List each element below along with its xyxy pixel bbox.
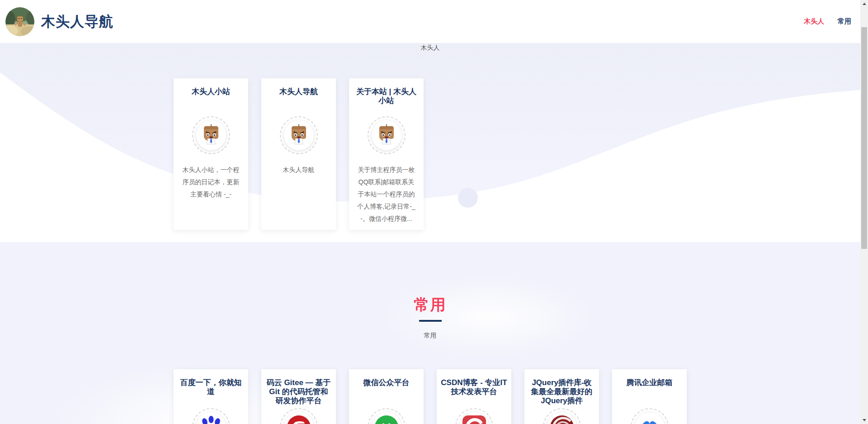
site-card[interactable]: 微信公众平台 <box>349 369 424 424</box>
baidu-icon <box>199 415 223 424</box>
card-icon-holder <box>372 412 401 424</box>
gitee-icon <box>287 415 311 424</box>
card-icon-ring <box>455 408 493 424</box>
card-icon-holder <box>459 412 489 424</box>
danbo-icon <box>287 123 311 148</box>
card-icon-holder <box>284 412 314 424</box>
scrollbar <box>860 0 868 424</box>
section-muren-label: 木头人 <box>0 44 860 52</box>
card-description: 木头人小站，一个程序员的日记本，更新主要看心情 -_- <box>174 164 248 200</box>
avatar-photo-icon <box>5 7 34 36</box>
changyong-cards-row: 百度一下，你就知道 码云 Gitee — 基于 Git 的代码托管和研发协作平台… <box>174 369 687 424</box>
arrow-down-icon <box>863 419 866 421</box>
card-icon-holder <box>196 412 226 424</box>
card-title: 腾讯企业邮箱 <box>612 378 687 406</box>
card-title: 关于本站 | 木头人小站 <box>349 87 424 107</box>
decorative-circle <box>458 188 478 208</box>
card-icon-ring <box>543 408 581 424</box>
nav-link-1[interactable]: 常用 <box>838 17 851 26</box>
card-icon-ring <box>368 116 406 154</box>
card-icon-ring <box>280 408 318 424</box>
card-title: 码云 Gitee — 基于 Git 的代码托管和研发协作平台 <box>261 378 336 406</box>
section-muren: 木头人 木头人小站 木头人小站，一个程序员的日记本，更新主要看心情 -_- 木头… <box>0 43 860 242</box>
avatar <box>5 7 34 36</box>
card-icon-holder <box>284 120 314 150</box>
site-card[interactable]: 码云 Gitee — 基于 Git 的代码托管和研发协作平台 <box>261 369 336 424</box>
card-title: 百度一下，你就知道 <box>174 378 248 406</box>
card-icon-holder <box>196 120 226 150</box>
card-title: 微信公众平台 <box>349 378 424 406</box>
site-card[interactable]: 木头人导航 木头人导航 <box>261 78 336 230</box>
card-icon-holder <box>547 412 577 424</box>
section-changyong: 常用 常用 百度一下，你就知道 码云 Gitee — 基于 Git 的代码托管和… <box>0 242 860 424</box>
main-nav: 木头人常用 <box>804 17 851 26</box>
card-icon-ring <box>192 408 230 424</box>
qqmail-icon <box>637 415 662 424</box>
site-card[interactable]: 腾讯企业邮箱 <box>612 369 687 424</box>
wechat-icon <box>374 415 399 424</box>
site-card[interactable]: CSDN博客 - 专业IT技术发表平台 <box>437 369 511 424</box>
csdn-icon <box>462 415 486 424</box>
card-icon-ring <box>280 116 318 154</box>
muren-cards-row: 木头人小站 木头人小站，一个程序员的日记本，更新主要看心情 -_- 木头人导航 <box>174 78 424 230</box>
card-title: CSDN博客 - 专业IT技术发表平台 <box>437 378 511 406</box>
section-changyong-label: 常用 <box>0 332 860 340</box>
section-changyong-title: 常用 <box>0 295 860 315</box>
card-title: JQuery插件库-收集最全最新最好的JQuery插件 <box>524 378 599 406</box>
nav-link-0[interactable]: 木头人 <box>804 17 824 26</box>
card-title: 木头人小站 <box>174 87 248 107</box>
card-icon-ring <box>192 116 230 154</box>
site-card[interactable]: 关于本站 | 木头人小站 关于博主程序员一枚QQ联系|邮箱联系关于本站一个程序员… <box>349 78 424 230</box>
site-title: 木头人导航 <box>41 12 113 31</box>
scroll-up-button[interactable] <box>860 0 868 8</box>
danbo-icon <box>199 123 223 148</box>
site-card[interactable]: JQuery插件库-收集最全最新最好的JQuery插件 <box>524 369 599 424</box>
site-header: 木头人导航 木头人常用 <box>0 0 860 43</box>
card-description: 关于博主程序员一枚QQ联系|邮箱联系关于本站一个程序员的个人博客,记录日常-_-… <box>349 164 424 225</box>
wave-decoration <box>0 43 860 242</box>
card-icon-ring <box>368 408 406 424</box>
danbo-icon <box>374 123 399 148</box>
site-card[interactable]: 百度一下，你就知道 <box>174 369 248 424</box>
card-title: 木头人导航 <box>261 87 336 107</box>
site-card[interactable]: 木头人小站 木头人小站，一个程序员的日记本，更新主要看心情 -_- <box>174 78 248 230</box>
card-icon-holder <box>372 120 401 150</box>
card-icon-ring <box>631 408 669 424</box>
title-underline <box>419 320 442 322</box>
card-description: 木头人导航 <box>261 164 336 176</box>
logo-link[interactable]: 木头人导航 <box>5 7 113 36</box>
arrow-up-icon <box>863 3 866 5</box>
scrollbar-thumb[interactable] <box>861 27 867 249</box>
scroll-down-button[interactable] <box>860 416 868 424</box>
card-icon-holder <box>635 412 665 424</box>
jquery-icon <box>550 415 574 424</box>
